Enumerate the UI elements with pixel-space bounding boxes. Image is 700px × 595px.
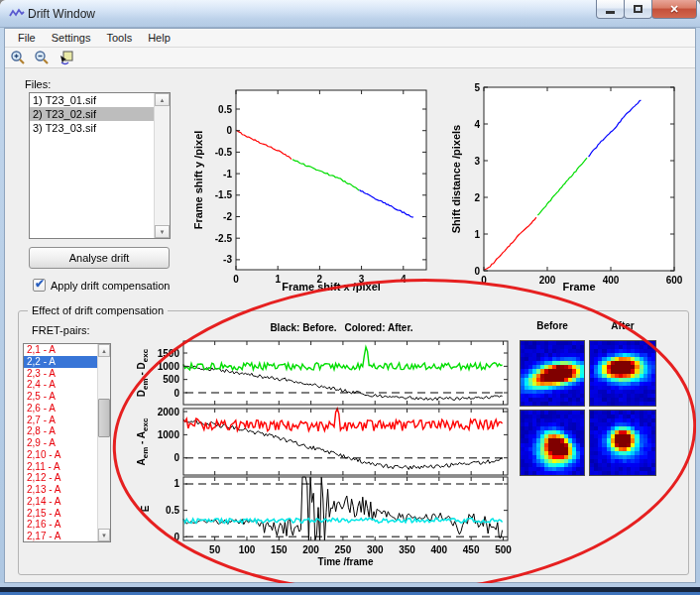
app-icon	[9, 6, 25, 22]
menu-item-settings[interactable]: Settings	[44, 30, 99, 46]
zoom-out-icon[interactable]	[34, 50, 51, 66]
file-item[interactable]: 3) T23_03.sif	[30, 121, 155, 135]
menu-item-help[interactable]: Help	[140, 30, 178, 46]
fret-pair-item[interactable]: 2,5 - A	[24, 391, 97, 403]
heatmap-before-label: Before	[520, 320, 585, 331]
heatmap-acceptor-after	[589, 410, 656, 476]
files-listbox[interactable]: 1) T23_01.sif2) T23_02.sif3) T23_03.sif …	[29, 92, 171, 239]
scroll-up-icon[interactable]: ▲	[155, 93, 170, 106]
zoom-in-icon[interactable]	[10, 50, 27, 66]
fret-pair-item[interactable]: 2,6 - A	[24, 403, 97, 415]
fret-pair-item[interactable]: 2,13 - A	[24, 484, 97, 496]
window-border-right	[696, 28, 700, 587]
close-button[interactable]: ✕	[651, 0, 697, 19]
fret-pair-item[interactable]: 2,17 - A	[24, 531, 97, 542]
fret-pair-item[interactable]: 2,2 - A	[24, 356, 97, 368]
checkmark-icon: ✔	[35, 277, 45, 291]
apply-drift-label: Apply drift compensation	[51, 280, 170, 292]
fret-pair-item[interactable]: 2,14 - A	[24, 496, 97, 508]
file-item[interactable]: 1) T23_01.sif	[30, 93, 155, 107]
heatmap-after-label: After	[589, 320, 656, 331]
fret-scrollbar-thumb[interactable]	[98, 399, 110, 437]
effect-group-label: Effect of drift compensation	[28, 304, 168, 316]
heatmap-donor-after	[589, 340, 656, 407]
apply-drift-checkbox[interactable]: ✔	[33, 279, 46, 292]
titlebar[interactable]: Drift Window ✕	[0, 0, 700, 28]
fret-pair-item[interactable]: 2,12 - A	[24, 472, 97, 484]
file-item[interactable]: 2) T23_02.sif	[30, 107, 155, 121]
window-border-left	[0, 28, 4, 587]
toolbar	[5, 48, 695, 68]
window-title: Drift Window	[28, 7, 95, 21]
fret-pair-item[interactable]: 2,3 - A	[24, 368, 97, 380]
scroll-down-icon[interactable]: ▼	[155, 225, 170, 238]
fret-pair-item[interactable]: 2,10 - A	[24, 449, 97, 461]
menu-item-tools[interactable]: Tools	[98, 30, 140, 46]
fret-pair-item[interactable]: 2,4 - A	[24, 379, 97, 391]
fret-pair-item[interactable]: 2,16 - A	[24, 519, 97, 531]
scroll-up-icon[interactable]: ▲	[98, 344, 110, 357]
restore-button[interactable]	[624, 0, 652, 19]
drift-window: Drift Window ✕ FileSettingsToolsHelp	[0, 0, 700, 595]
fret-pairs-label: FRET-pairs:	[32, 324, 90, 336]
fret-pair-item[interactable]: 2,8 - A	[24, 425, 97, 437]
datatip-icon[interactable]	[58, 50, 74, 66]
files-scrollbar[interactable]: ▲ ▼	[154, 93, 170, 238]
minimize-icon	[606, 11, 615, 14]
fret-pair-item[interactable]: 2,9 - A	[24, 437, 97, 449]
restore-icon	[634, 5, 642, 13]
scroll-down-icon[interactable]: ▼	[98, 529, 110, 541]
menubar: FileSettingsToolsHelp	[5, 29, 695, 48]
heatmap-acceptor-before	[520, 410, 585, 476]
fret-pair-item[interactable]: 2,1 - A	[24, 344, 97, 356]
fret-pair-item[interactable]: 2,11 - A	[24, 461, 97, 473]
fret-pair-item[interactable]: 2,7 - A	[24, 415, 97, 426]
analyse-drift-button[interactable]: Analyse drift	[29, 247, 170, 269]
fret-pair-item[interactable]: 2,15 - A	[24, 508, 97, 520]
files-label: Files:	[25, 78, 51, 90]
close-icon: ✕	[669, 3, 678, 16]
minimize-button[interactable]	[596, 0, 625, 19]
fret-scrollbar[interactable]: ▲ ▼	[97, 344, 110, 541]
heatmap-donor-before	[520, 340, 585, 407]
fret-pairs-listbox[interactable]: 2,1 - A2,2 - A2,3 - A2,4 - A2,5 - A2,6 -…	[23, 343, 111, 542]
files-list: 1) T23_01.sif2) T23_02.sif3) T23_03.sif	[30, 93, 170, 135]
menu-item-file[interactable]: File	[10, 30, 44, 46]
